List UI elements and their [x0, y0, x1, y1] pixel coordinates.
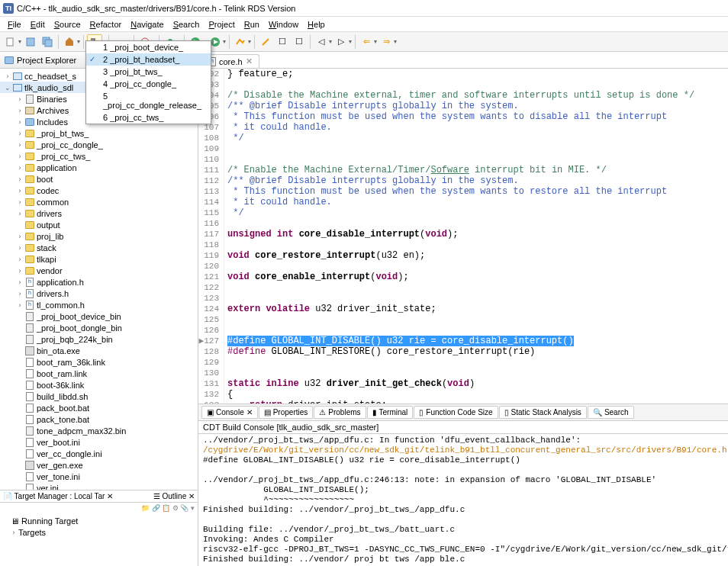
- popup-item[interactable]: 3 _proj_bt_tws_: [86, 66, 211, 78]
- nav-back-icon[interactable]: ◁: [314, 34, 329, 50]
- tree-item[interactable]: pack_tone.bat: [0, 413, 198, 425]
- svg-marker-5: [66, 37, 73, 41]
- wand-icon[interactable]: [258, 34, 273, 50]
- tree-item[interactable]: boot_ram_36k.link: [0, 356, 198, 368]
- tree-item[interactable]: ver_boot.ini: [0, 436, 198, 448]
- tree-item[interactable]: pack_boot.bat: [0, 402, 198, 413]
- menu-project[interactable]: Project: [205, 18, 240, 31]
- menu-window[interactable]: Window: [264, 18, 303, 31]
- tree-item[interactable]: tone_adpcm_max32.bin: [0, 425, 198, 436]
- fwd-icon[interactable]: ⇒: [378, 34, 394, 50]
- title-bar: TI C/C++ - tlk_audio_sdk_src_master/driv…: [0, 0, 728, 17]
- save-icon[interactable]: [23, 34, 38, 50]
- tree-item[interactable]: ›drivers: [0, 207, 198, 219]
- tree-item[interactable]: ›proj_lib: [0, 230, 198, 242]
- console-output[interactable]: ../vendor/_proj_bt_tws_/app_dfu.c: In fu…: [198, 434, 728, 566]
- menu-run[interactable]: Run: [240, 18, 264, 31]
- close-tab-icon[interactable]: ✕: [246, 56, 253, 66]
- tree-item[interactable]: bin_ota.exe: [0, 345, 198, 356]
- terminal-tab[interactable]: ▮ Terminal: [367, 406, 414, 419]
- tree-item[interactable]: ›application: [0, 162, 198, 173]
- editor-tabs: core.h ✕: [198, 52, 728, 69]
- toggle2-icon[interactable]: ☐: [292, 34, 307, 50]
- tree-item[interactable]: ›tl_common.h: [0, 299, 198, 310]
- profile-icon[interactable]: [233, 34, 248, 50]
- stack-tab[interactable]: ▯ Static Stack Analysis: [499, 406, 587, 419]
- svg-rect-3: [45, 40, 52, 47]
- build-config-popup: 1 _proj_boot_device_✓2 _proj_bt_headset_…: [85, 40, 211, 124]
- tree-item[interactable]: ver_cc_dongle.ini: [0, 448, 198, 459]
- popup-item[interactable]: 5 _proj_cc_dongle_release_: [86, 90, 211, 111]
- svg-line-18: [263, 39, 269, 45]
- tree-item[interactable]: ›stack: [0, 242, 198, 253]
- tree-item[interactable]: ›vendor: [0, 265, 198, 276]
- back-icon[interactable]: ⇐: [359, 34, 374, 50]
- tree-item[interactable]: ›application.h: [0, 276, 198, 288]
- tree-item[interactable]: ›codec: [0, 185, 198, 196]
- toggle-icon[interactable]: ☐: [275, 34, 290, 50]
- tree-item[interactable]: _proj_boot_dongle_bin: [0, 322, 198, 333]
- menu-navigate[interactable]: Navigate: [126, 18, 168, 31]
- running-target[interactable]: 🖥Running Target: [6, 515, 192, 526]
- search-tab[interactable]: 🔍 Search: [588, 406, 634, 419]
- func-size-tab[interactable]: ▯ Function Code Size: [414, 406, 498, 419]
- tree-item[interactable]: ›common: [0, 196, 198, 207]
- popup-item[interactable]: 1 _proj_boot_device_: [86, 41, 211, 53]
- svg-rect-1: [27, 38, 34, 46]
- svg-rect-0: [7, 38, 13, 46]
- tree-item[interactable]: ›drivers.h: [0, 288, 198, 299]
- save-all-icon[interactable]: [40, 34, 55, 50]
- outline-tab[interactable]: ☰ Outline ✕: [153, 492, 195, 500]
- tree-item[interactable]: boot_ram.link: [0, 368, 198, 379]
- menu-search[interactable]: Search: [169, 18, 205, 31]
- popup-item[interactable]: 4 _proj_cc_dongle_: [86, 78, 211, 90]
- menu-bar[interactable]: File Edit Source Refactor Navigate Searc…: [0, 17, 728, 32]
- tree-item[interactable]: build_libdd.sh: [0, 391, 198, 402]
- project-tree[interactable]: ›cc_headset_s⌄tlk_audio_sdl›Binaries›Arc…: [0, 69, 198, 490]
- svg-rect-4: [66, 41, 73, 46]
- menu-source[interactable]: Source: [50, 18, 85, 31]
- tree-item[interactable]: ›boot: [0, 173, 198, 185]
- app-icon: TI: [3, 3, 14, 14]
- target-manager-tab[interactable]: 📄 Target Manager : Local Tar ✕: [3, 492, 113, 500]
- popup-item[interactable]: ✓2 _proj_bt_headset_: [86, 53, 211, 66]
- tree-item[interactable]: _proj_boot_device_bin: [0, 310, 198, 322]
- menu-file[interactable]: File: [3, 18, 26, 31]
- tree-item[interactable]: _proj_bqb_224k_bin: [0, 333, 198, 345]
- tree-item[interactable]: ver_gen.exe: [0, 459, 198, 471]
- problems-tab[interactable]: ⚠ Problems: [314, 406, 366, 419]
- nav-fwd-icon[interactable]: ▷: [333, 34, 349, 50]
- properties-tab[interactable]: ▤ Properties: [259, 406, 314, 419]
- tree-item[interactable]: ›_proj_cc_tws_: [0, 150, 198, 162]
- popup-item[interactable]: 6 _proj_cc_tws_: [86, 111, 211, 124]
- code-editor[interactable]: 102 103 104 105 106 107 108 109 110 111 …: [198, 69, 728, 404]
- console-tab[interactable]: ▣ Console ✕: [201, 406, 258, 419]
- tree-item[interactable]: ›tlkapi: [0, 253, 198, 265]
- window-title: C/C++ - tlk_audio_sdk_src_master/drivers…: [17, 4, 295, 13]
- tree-item[interactable]: ›_proj_cc_dongle_: [0, 139, 198, 150]
- console-tabs: ▣ Console ✕ ▤ Properties ⚠ Problems ▮ Te…: [198, 404, 728, 421]
- tree-item[interactable]: ›_proj_bt_tws_: [0, 127, 198, 139]
- explorer-icon: [5, 56, 14, 64]
- tree-item[interactable]: ver.ini: [0, 482, 198, 490]
- build-icon[interactable]: [62, 34, 77, 50]
- menu-help[interactable]: Help: [303, 18, 330, 31]
- menu-refactor[interactable]: Refactor: [85, 18, 127, 31]
- tree-item[interactable]: ver_tone.ini: [0, 471, 198, 482]
- menu-edit[interactable]: Edit: [26, 18, 50, 31]
- targets-node[interactable]: ›Targets: [6, 526, 192, 538]
- tree-item[interactable]: boot-36k.link: [0, 379, 198, 391]
- console-title: CDT Build Console [tlk_audio_sdk_src_mas…: [198, 421, 728, 434]
- new-icon[interactable]: [3, 34, 18, 50]
- project-explorer-title: Project Explorer: [17, 56, 76, 65]
- tree-item[interactable]: output: [0, 219, 198, 230]
